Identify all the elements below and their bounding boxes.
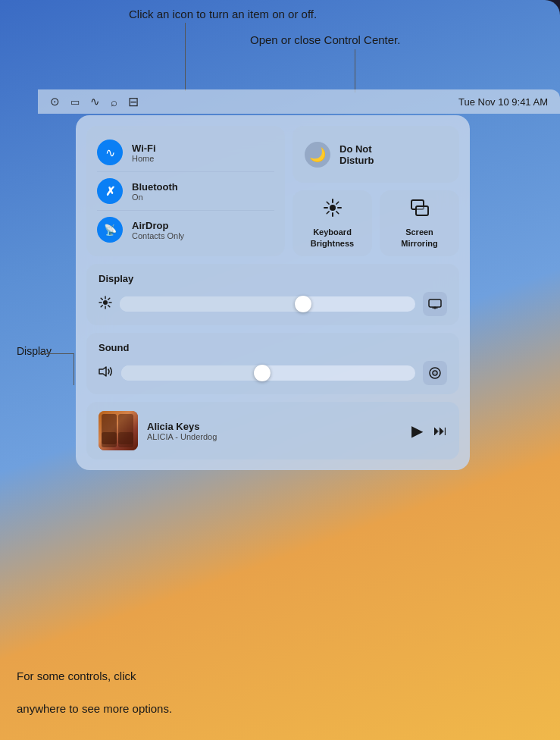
svg-point-0 [330, 205, 336, 211]
keyboard-brightness-label: Keyboard Brightness [300, 227, 364, 249]
connectivity-panel: ∿ Wi-Fi Home ✗ Bluetooth On [86, 126, 285, 256]
keyboard-brightness-icon [323, 198, 343, 222]
display-slider-fill [120, 296, 303, 312]
display-end-icon[interactable] [423, 292, 447, 316]
svg-line-6 [336, 212, 338, 214]
sound-section: Sound [86, 333, 459, 394]
annotation-display: Display [17, 343, 52, 359]
svg-point-26 [435, 373, 436, 374]
bluetooth-icon: ✗ [105, 184, 115, 199]
now-playing-icon[interactable]: ⊙ [50, 95, 60, 108]
svg-line-8 [327, 212, 329, 214]
annotation-bottom-left: For some controls, click anywhere to see… [17, 668, 172, 702]
svg-line-18 [108, 298, 110, 299]
wifi-item[interactable]: ∿ Wi-Fi Home [97, 133, 274, 172]
display-slider-row [99, 292, 447, 316]
display-section: Display [86, 264, 459, 325]
screen-mirroring-icon [410, 198, 430, 222]
now-playing-info: Alicia Keys ALICIA - Underdog [147, 421, 402, 441]
small-toggles: Keyboard Brightness Screen Mirroring [293, 190, 459, 256]
control-center-panel: ∿ Wi-Fi Home ✗ Bluetooth On [76, 115, 470, 470]
do-not-disturb-icon-circle: 🌙 [305, 142, 330, 168]
annotation-bottom-line2: anywhere to see more options. [17, 701, 172, 718]
control-center-icon[interactable]: ⊟ [128, 94, 139, 110]
svg-line-7 [336, 202, 338, 205]
airplay-icon[interactable] [423, 361, 447, 385]
menubar-datetime: Tue Nov 10 9:41 AM [458, 96, 548, 108]
airdrop-icon-circle: 📡 [97, 217, 123, 243]
bluetooth-subtitle: On [132, 193, 178, 202]
album-art [99, 411, 138, 450]
svg-line-16 [101, 298, 102, 299]
svg-line-17 [108, 306, 110, 307]
display-title: Display [99, 273, 447, 284]
wifi-menubar-icon[interactable]: ∿ [90, 95, 100, 108]
keyboard-brightness-toggle[interactable]: Keyboard Brightness [293, 190, 372, 256]
bluetooth-item[interactable]: ✗ Bluetooth On [97, 172, 274, 211]
right-toggles: 🌙 Do NotDisturb [293, 126, 459, 256]
svg-rect-10 [416, 206, 428, 215]
svg-line-5 [327, 202, 329, 205]
annotation-top-center: Click an icon to turn an item on or off. [129, 6, 317, 24]
wifi-title: Wi-Fi [132, 143, 156, 154]
sound-slider-track[interactable] [121, 365, 415, 381]
wifi-text: Wi-Fi Home [132, 143, 156, 163]
airdrop-item[interactable]: 📡 AirDrop Contacts Only [97, 211, 274, 249]
screen-mirroring-toggle[interactable]: Screen Mirroring [380, 190, 459, 256]
top-section: ∿ Wi-Fi Home ✗ Bluetooth On [86, 126, 459, 256]
now-playing-section: Alicia Keys ALICIA - Underdog ▶ ⏭ [86, 402, 459, 459]
bluetooth-text: Bluetooth On [132, 181, 178, 202]
annotation-line-cc [355, 49, 355, 92]
annotation-line-icon [185, 23, 186, 91]
airdrop-icon: 📡 [104, 224, 117, 236]
display-slider-thumb[interactable] [295, 296, 311, 312]
bluetooth-icon-circle: ✗ [97, 178, 123, 204]
do-not-disturb-label: Do NotDisturb [339, 143, 374, 166]
annotation-line-display-h [38, 353, 74, 354]
sound-slider-thumb[interactable] [254, 365, 271, 381]
volume-icon [99, 365, 114, 381]
wifi-icon-circle: ∿ [97, 140, 123, 165]
airdrop-title: AirDrop [132, 220, 184, 231]
annotation-top-right: Open or close Control Center. [250, 32, 400, 49]
spotlight-icon[interactable]: ⌕ [111, 96, 117, 108]
brightness-icon [99, 296, 112, 312]
display-slider-track[interactable] [120, 296, 415, 312]
battery-icon[interactable]: ▭ [70, 96, 80, 108]
sound-slider-row [99, 361, 447, 385]
now-playing-subtitle: ALICIA - Underdog [147, 432, 402, 441]
wifi-subtitle: Home [132, 154, 156, 163]
svg-line-19 [101, 306, 102, 307]
do-not-disturb-toggle[interactable]: 🌙 Do NotDisturb [293, 126, 459, 183]
playback-controls: ▶ ⏭ [411, 422, 447, 440]
skip-forward-button[interactable]: ⏭ [433, 423, 447, 439]
now-playing-title: Alicia Keys [147, 421, 402, 432]
svg-point-11 [103, 300, 108, 305]
annotation-line-display-v [74, 353, 74, 385]
airdrop-subtitle: Contacts Only [132, 231, 184, 240]
wifi-icon: ∿ [105, 146, 115, 160]
sound-slider-fill [121, 365, 262, 381]
sound-title: Sound [99, 342, 447, 353]
moon-icon: 🌙 [309, 146, 326, 163]
screen-mirroring-label: Screen Mirroring [387, 227, 452, 249]
svg-rect-20 [429, 299, 441, 307]
bluetooth-title: Bluetooth [132, 181, 178, 193]
airdrop-text: AirDrop Contacts Only [132, 220, 184, 240]
svg-marker-23 [99, 367, 106, 376]
play-button[interactable]: ▶ [411, 422, 423, 440]
menubar: ⊙ ▭ ∿ ⌕ ⊟ Tue Nov 10 9:41 AM [38, 89, 560, 114]
annotation-bottom-line1: For some controls, click [17, 668, 172, 685]
